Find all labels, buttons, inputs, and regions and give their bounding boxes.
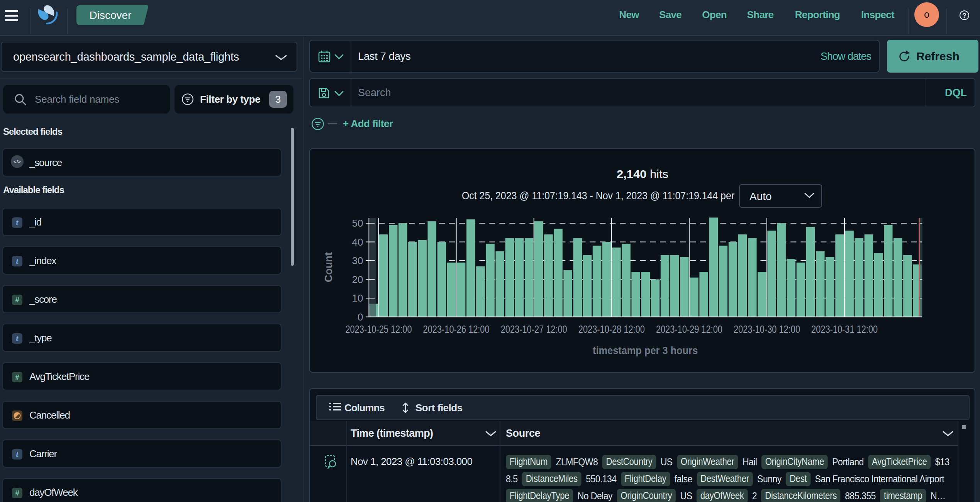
- svg-text:40: 40: [352, 236, 363, 248]
- svg-text:2023-10-30 12:00: 2023-10-30 12:00: [734, 324, 800, 335]
- svg-text:20: 20: [352, 274, 363, 285]
- svg-text:30: 30: [352, 255, 363, 266]
- svg-text:2,140 hits: 2,140 hits: [617, 168, 668, 180]
- svg-text:50: 50: [352, 217, 363, 229]
- svg-text:Auto: Auto: [749, 190, 772, 202]
- svg-text:2023-10-28 12:00: 2023-10-28 12:00: [578, 324, 645, 335]
- svg-text:timestamp per 3 hours: timestamp per 3 hours: [593, 345, 698, 356]
- svg-text:2023-10-27 12:00: 2023-10-27 12:00: [501, 324, 567, 335]
- svg-text:2023-10-25 12:00: 2023-10-25 12:00: [346, 324, 412, 335]
- svg-text:2023-10-26 12:00: 2023-10-26 12:00: [423, 324, 490, 335]
- svg-text:Discover: Discover: [90, 9, 132, 21]
- svg-text:2023-10-31 12:00: 2023-10-31 12:00: [811, 324, 878, 335]
- svg-text:Count: Count: [323, 252, 334, 282]
- svg-text:Oct 25, 2023 @ 11:07:19.143 -: Oct 25, 2023 @ 11:07:19.143 - Nov 1, 202…: [462, 190, 734, 202]
- svg-text:10: 10: [352, 292, 363, 304]
- svg-text:2023-10-29 12:00: 2023-10-29 12:00: [656, 324, 722, 335]
- svg-text:0: 0: [358, 311, 363, 323]
